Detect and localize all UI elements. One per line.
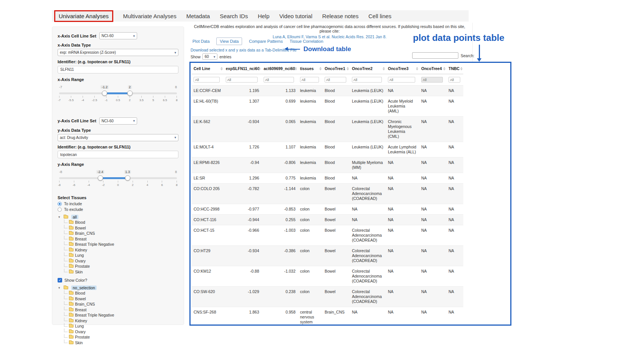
tab-tissue-correlation[interactable]: Tissue Correlation xyxy=(289,39,323,44)
column-header-oncotree2[interactable]: OncoTree2 xyxy=(350,63,386,74)
tissue-tree-item-breast-triple-negative[interactable]: Breast Triple Negative xyxy=(64,242,178,247)
table-row[interactable]: CO:SW-620-1.0290.238colonBowelColorectal… xyxy=(191,287,463,307)
x-identifier-input[interactable] xyxy=(58,66,178,73)
slider-handle-high[interactable] xyxy=(125,175,130,181)
x-cell-line-set-select[interactable]: NCI-60 ▾ xyxy=(99,32,137,39)
column-filter-cell-line[interactable] xyxy=(194,77,220,83)
column-filter-tissues[interactable] xyxy=(300,77,319,83)
table-row[interactable]: CO:COLO 205-0.782-1.144colonBowelColorec… xyxy=(191,184,463,204)
table-cell: -0.94 xyxy=(224,158,261,173)
data-table: Cell LineexpSLFN11_nci60act609699_nci60t… xyxy=(191,63,463,326)
tissue-tree-item-brain-cns[interactable]: Brain_CNS xyxy=(64,231,178,236)
arrow-left-icon xyxy=(288,49,300,50)
x-data-type-select[interactable]: exp: mRNA Expression (Z-Score) ▾ xyxy=(58,49,178,56)
y-cell-line-set-select[interactable]: NCI-60 ▾ xyxy=(99,117,137,125)
tissue-include-radio[interactable]: To include xyxy=(58,201,178,206)
tree-root-all[interactable]: ▾ all xyxy=(58,214,178,220)
column-filter-expslfn11-nci60[interactable] xyxy=(226,77,258,83)
slider-handle-high[interactable] xyxy=(127,90,133,96)
nav-item-cell-lines[interactable]: Cell lines xyxy=(368,13,391,19)
column-header-oncotree1[interactable]: OncoTree1 xyxy=(322,63,350,74)
slider-tick: -8 xyxy=(59,181,59,187)
column-header-oncotree4[interactable]: OncoTree4 xyxy=(419,63,446,74)
slider-handle-low[interactable] xyxy=(98,175,103,181)
tissue-tree-item-prostate[interactable]: Prostate xyxy=(64,334,178,340)
tissue-tree-item-lung[interactable]: Lung xyxy=(64,253,178,258)
table-cell: NA xyxy=(419,142,446,158)
tissue-tree-item-ovary[interactable]: Ovary xyxy=(64,329,178,335)
y-data-type-select[interactable]: act: Drug Activity ▾ xyxy=(58,134,178,141)
column-filter-oncotree2[interactable] xyxy=(352,77,382,83)
table-cell: NA xyxy=(386,287,419,307)
tissue-tree-item-ovary[interactable]: Ovary xyxy=(64,258,178,264)
download-tab-delimited-link[interactable]: Download selected x and y axis data as a… xyxy=(191,48,297,52)
table-row[interactable]: CO:HT29-0.934-0.386colonBowelColorectal … xyxy=(191,246,463,266)
table-cell: colon xyxy=(298,215,322,225)
tissue-tree-item-kidney[interactable]: Kidney xyxy=(64,247,178,253)
tab-plot-data[interactable]: Plot Data xyxy=(192,39,209,44)
nav-item-release-notes[interactable]: Release notes xyxy=(322,13,359,19)
table-cell: leukemia xyxy=(298,96,322,117)
column-header-oncotree3[interactable]: OncoTree3 xyxy=(386,63,419,74)
column-filter-oncotree1[interactable] xyxy=(325,77,346,83)
table-cell: NA xyxy=(446,204,463,215)
column-header-act609699-nci60[interactable]: act609699_nci60 xyxy=(261,63,298,74)
tree-root-no-selection[interactable]: ▾ no_selection xyxy=(58,285,178,290)
tissue-tree-item-breast[interactable]: Breast xyxy=(64,236,178,242)
nav-item-univariate-analyses[interactable]: Univariate Analyses xyxy=(54,10,113,22)
column-header-expslfn11-nci60[interactable]: expSLFN11_nci60 xyxy=(224,63,261,74)
column-filter-oncotree4[interactable] xyxy=(421,77,443,83)
nav-item-search-ids[interactable]: Search IDs xyxy=(220,13,248,19)
tissue-tree-item-bowel[interactable]: Bowel xyxy=(64,225,178,231)
tissue-tree-item-bowel[interactable]: Bowel xyxy=(64,296,178,302)
y-range-slider[interactable]: -8 8 -2.4 1.3 -8-6-4-202468 xyxy=(59,168,177,189)
nav-item-help[interactable]: Help xyxy=(258,13,269,19)
search-input[interactable] xyxy=(412,52,458,59)
slider-handle-low[interactable] xyxy=(102,90,107,96)
table-row[interactable]: CNS:SF-2681.8630.958central nervous syst… xyxy=(191,307,463,326)
table-row[interactable]: LE:K-562-0.9340.065leukemiaBloodLeukemia… xyxy=(191,117,463,142)
tissue-tree-item-lung[interactable]: Lung xyxy=(64,323,178,329)
nav-item-video-tutorial[interactable]: Video tutorial xyxy=(279,13,312,19)
y-identifier-input[interactable] xyxy=(58,151,178,158)
tissue-tree-item-blood[interactable]: Blood xyxy=(64,220,178,225)
column-header-tnbc[interactable]: TNBC xyxy=(446,63,463,74)
tissue-tree-item-breast[interactable]: Breast xyxy=(64,307,178,313)
table-cell: NA xyxy=(446,142,463,158)
table-cell: 1.107 xyxy=(261,142,298,158)
table-row[interactable]: LE:HL-60(TB)1.3070.699leukemiaBloodLeuke… xyxy=(191,96,463,117)
nav-item-multivariate-analyses[interactable]: Multivariate Analyses xyxy=(123,13,177,19)
tissue-tree-item-breast-triple-negative[interactable]: Breast Triple Negative xyxy=(64,312,178,318)
column-header-cell-line[interactable]: Cell Line xyxy=(191,63,224,74)
table-row[interactable]: CO:KM12-0.88-1.032colonBowelColorectal A… xyxy=(191,266,463,287)
table-row[interactable]: LE:MOLT-41.7261.107leukemiaBloodLeukemia… xyxy=(191,142,463,158)
tissue-tree-item-prostate[interactable]: Prostate xyxy=(64,264,178,269)
column-filter-act609699-nci60[interactable] xyxy=(264,77,294,83)
tissue-tree-item-skin[interactable]: Skin xyxy=(64,340,178,346)
tissue-tree-item-skin[interactable]: Skin xyxy=(64,269,178,275)
x-range-slider[interactable]: -7 8 -1.2 2 -7-5.5-4-2.5-10.523.556.58 xyxy=(59,83,177,105)
table-row[interactable]: LE:SR1.2960.775leukemiaBloodNANANANA xyxy=(191,173,463,184)
table-row[interactable]: LE:CCRF-CEM1.1951.133leukemiaBloodLeukem… xyxy=(191,86,463,96)
tissue-tree-item-brain-cns[interactable]: Brain_CNS xyxy=(64,301,178,307)
table-row[interactable]: CO:HCT-116-0.9440.255colonBowelNANANANA xyxy=(191,215,463,225)
show-color-checkbox[interactable]: ✓ Show Color? xyxy=(58,278,178,282)
folder-icon xyxy=(69,330,73,333)
tissue-tree-item-kidney[interactable]: Kidney xyxy=(64,318,178,324)
table-row[interactable]: LE:RPMI-8226-0.94-0.806leukemiaBloodMult… xyxy=(191,158,463,173)
tissue-tree-item-blood[interactable]: Blood xyxy=(64,290,178,296)
folder-icon xyxy=(69,319,73,322)
column-filter-tnbc[interactable] xyxy=(449,77,460,83)
table-cell: -0.944 xyxy=(224,215,261,225)
nav-item-metadata[interactable]: Metadata xyxy=(186,13,210,19)
tab-view-data[interactable]: View Data xyxy=(216,37,242,45)
tree-item-label: Bowel xyxy=(75,296,86,301)
column-header-tissues[interactable]: tissues xyxy=(298,63,322,74)
entries-count-select[interactable]: 60 ▾ xyxy=(202,53,217,60)
table-row[interactable]: CO:HCT-15-0.966-1.003colonBowelColorecta… xyxy=(191,225,463,246)
table-row[interactable]: CO:HCC-2998-0.977-0.853colonBowelNANANAN… xyxy=(191,204,463,215)
column-filter-oncotree3[interactable] xyxy=(388,77,415,83)
tree-connector xyxy=(64,307,67,310)
tab-compare-patterns[interactable]: Compare Patterns xyxy=(249,39,283,44)
tissue-exclude-radio[interactable]: To exclude xyxy=(58,207,178,212)
